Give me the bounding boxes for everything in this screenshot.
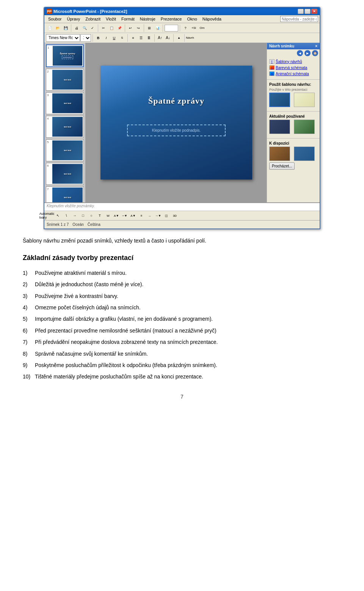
help-button[interactable]: ? [182, 24, 189, 32]
align-left-button[interactable]: ≡ [129, 34, 137, 42]
browse-button[interactable]: Procházet... [269, 162, 295, 170]
table-button[interactable]: ⊞ [146, 24, 153, 32]
maximize-button[interactable]: □ [304, 9, 311, 14]
font-size-select[interactable]: 18 [80, 34, 91, 42]
menu-okno[interactable]: Okno [185, 16, 199, 22]
open-button[interactable]: 📂 [54, 24, 61, 32]
undo-button[interactable]: ↩ [127, 24, 134, 32]
draw-select-button[interactable]: ↖ [54, 212, 62, 219]
menu-nastroje[interactable]: Nástroje [138, 16, 158, 22]
slide-thumb-6[interactable]: 6 text text [46, 163, 84, 185]
redo-button[interactable]: ↪ [135, 24, 142, 32]
draw-arrow-style-button[interactable]: →▼ [154, 212, 162, 219]
edit-tools: 🖨 🔍 ✓ [73, 24, 98, 32]
preview-button[interactable]: 🔍 [81, 24, 88, 32]
chart-button[interactable]: 📊 [154, 24, 161, 32]
menu-vlozit[interactable]: Vložit [104, 16, 118, 22]
list-item: 9) Poskytněme posluchačům příležitost k … [23, 361, 341, 369]
shadow-button[interactable]: S [118, 34, 126, 42]
slide-canvas[interactable]: Špatné zprávy Klepnutím vložíte podnadpi… [100, 66, 252, 180]
paste-button[interactable]: 📌 [116, 24, 123, 32]
avail-template-2[interactable] [294, 147, 315, 161]
draw-3d-button[interactable]: 3D [171, 212, 179, 219]
available-template-grid [269, 147, 317, 161]
bold-button[interactable]: B [94, 34, 102, 42]
search-input[interactable] [280, 16, 318, 22]
slide-thumb-7[interactable]: 7 text text [46, 186, 84, 202]
draw-textbox-button[interactable]: T [96, 212, 104, 219]
list-item: 3) Používejme živé a kontrastní barvy. [23, 292, 341, 300]
text-decrease-button[interactable]: A↓ [164, 34, 172, 42]
slide-thumb-5[interactable]: 5 text text [46, 139, 84, 161]
draw-dash-button[interactable]: -- [146, 212, 154, 219]
align-center-button[interactable]: ☰ [137, 34, 145, 42]
avail-template-1[interactable] [269, 147, 290, 161]
italic-button[interactable]: I [102, 34, 110, 42]
title-bar-controls[interactable]: _ □ ✕ [298, 9, 317, 14]
spell-button[interactable]: ✓ [89, 24, 96, 32]
template-2[interactable] [294, 93, 315, 107]
zoom-input[interactable]: 47% [165, 25, 178, 32]
draw-wordart-button[interactable]: W [104, 212, 112, 219]
design-button[interactable]: ▲ [175, 34, 183, 42]
current-template-1[interactable] [269, 120, 290, 134]
notes-bar[interactable]: Klepnutím vložíte poznámky. [44, 202, 320, 211]
draw-line-style-button[interactable]: ≡ [138, 212, 145, 219]
panel-nav-fwd[interactable]: ▶ [304, 50, 311, 56]
panel-home[interactable]: 🏠 [312, 50, 318, 56]
slide-thumb-1[interactable]: 1 Špatné zprávy podnadpis [46, 44, 84, 67]
menu-prezentace[interactable]: Prezentace [158, 16, 184, 22]
draw-line-color-button[interactable]: ─▼ [121, 212, 129, 219]
slide-subtitle[interactable]: Klepnutím vložíte podnadpis. [127, 125, 226, 136]
minimize-button[interactable]: _ [298, 9, 304, 14]
omnipage-button[interactable]: Om [198, 24, 206, 32]
draw-arrow-button[interactable]: → [71, 212, 78, 219]
current-template-2[interactable] [294, 120, 315, 134]
nav-button[interactable]: Návrh [186, 34, 194, 42]
new-slide-button[interactable]: +Sl [190, 24, 198, 32]
title-bar-left: PP Microsoft PowerPoint - [Prezentace2] [47, 9, 127, 14]
cut-button[interactable]: ✂ [100, 24, 107, 32]
right-panel: Návrh snímku × ◀ ▶ 🏠 T Šablony návrhů [267, 43, 320, 202]
menu-bar: Soubor Úpravy Zobrazit Vložit Formát Nás… [44, 15, 320, 23]
menu-soubor[interactable]: Soubor [46, 16, 64, 22]
draw-rect-button[interactable]: □ [79, 212, 87, 219]
new-button[interactable]: 📄 [46, 24, 53, 32]
panel-nav-back[interactable]: ◀ [297, 50, 303, 56]
menu-napoveda[interactable]: Nápověda [200, 16, 224, 22]
window-title: Microsoft PowerPoint - [Prezentace2] [53, 9, 127, 14]
menu-format[interactable]: Formát [119, 16, 137, 22]
text-increase-button[interactable]: A↑ [156, 34, 164, 42]
draw-font-color-button[interactable]: A▼ [129, 212, 137, 219]
theme-info: Oceán [72, 222, 83, 227]
action-tools: ↩ ↪ [127, 24, 144, 32]
menu-zobrazit[interactable]: Zobrazit [83, 16, 103, 22]
draw-shadow-button[interactable]: ◫ [163, 212, 170, 219]
color-schemes-link[interactable]: C Barevná schémata [269, 65, 317, 71]
menu-upravy[interactable]: Úpravy [64, 16, 82, 22]
draw-fill-color-button[interactable]: A▼ [113, 212, 120, 219]
apply-template-grid [269, 93, 317, 107]
slide-thumb-3[interactable]: 3 text text [46, 92, 84, 114]
font-group: Times New Roman 18 [46, 34, 93, 42]
templates-link[interactable]: T Šablony návrhů [269, 58, 317, 65]
save-button[interactable]: 💾 [62, 24, 69, 32]
draw-line-button[interactable]: \ [63, 212, 70, 219]
close-button[interactable]: ✕ [311, 9, 317, 14]
menu-search [280, 16, 318, 22]
underline-button[interactable]: U [110, 34, 118, 42]
align-right-button[interactable]: ≣ [145, 34, 153, 42]
slide-thumb-4[interactable]: 4 text text [46, 116, 84, 138]
style-group: B I U S [94, 34, 128, 42]
animation-link[interactable]: A Animační schémata [269, 71, 317, 77]
list-item: 7) Při předvádění neopakujme doslova zob… [23, 338, 341, 346]
panel-close-button[interactable]: × [315, 44, 317, 48]
template-1[interactable] [269, 93, 290, 107]
font-select[interactable]: Times New Roman [46, 34, 80, 42]
apply-section: Použít šablonu návrhu: Použijte v této p… [267, 81, 320, 110]
draw-autoshapes-button[interactable]: Automatické tvary ▾ [46, 212, 53, 219]
draw-oval-button[interactable]: ○ [88, 212, 95, 219]
print-button[interactable]: 🖨 [73, 24, 80, 32]
copy-button[interactable]: 📋 [108, 24, 115, 32]
slide-thumb-2[interactable]: 2 text text [46, 69, 84, 91]
